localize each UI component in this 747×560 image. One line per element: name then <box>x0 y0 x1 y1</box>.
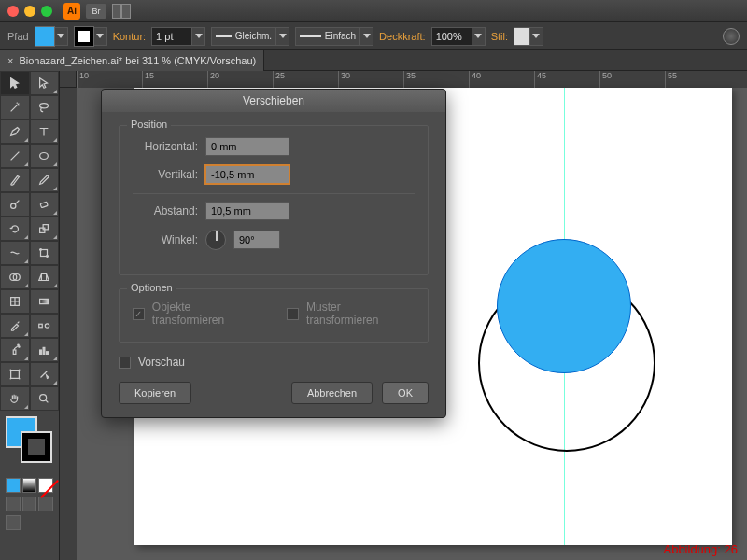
eraser-tool[interactable] <box>30 192 60 217</box>
symbol-sprayer-tool[interactable] <box>0 338 30 362</box>
zoom-tool[interactable] <box>30 386 60 411</box>
svg-rect-5 <box>43 225 48 230</box>
fill-stroke-control[interactable] <box>6 416 53 472</box>
color-mode-none[interactable] <box>38 478 53 493</box>
vertical-input[interactable] <box>205 165 289 184</box>
draw-inside[interactable] <box>38 497 53 511</box>
transform-objects-label: Objekte transformieren <box>152 301 265 327</box>
slice-tool[interactable] <box>30 362 60 386</box>
scale-tool[interactable] <box>30 217 60 241</box>
document-tab-label: Biohazard_Zeichen.ai* bei 311 % (CMYK/Vo… <box>19 55 256 66</box>
fill-swatch[interactable] <box>35 26 68 47</box>
mesh-tool[interactable] <box>0 289 30 314</box>
dialog-title[interactable]: Verschieben <box>102 90 445 112</box>
stroke-cap-dropdown[interactable]: Gleichm. <box>211 27 289 46</box>
position-group: Position Horizontal: Vertikal: Abstand: … <box>119 125 429 275</box>
recolor-icon[interactable] <box>723 28 740 45</box>
svg-rect-13 <box>39 324 43 328</box>
opacity-field[interactable]: 100% <box>431 27 486 46</box>
svg-point-16 <box>18 344 19 345</box>
cancel-button[interactable]: Abbrechen <box>291 382 373 404</box>
preview-checkbox[interactable] <box>119 357 131 369</box>
pencil-tool[interactable] <box>30 168 60 192</box>
vertical-label: Vertikal: <box>133 168 198 181</box>
transform-patterns-checkbox[interactable] <box>287 308 299 320</box>
width-tool[interactable] <box>0 241 30 265</box>
svg-rect-21 <box>10 371 19 379</box>
angle-input[interactable] <box>233 231 280 249</box>
distance-input[interactable] <box>205 202 289 220</box>
draw-mode-row <box>0 497 59 511</box>
stroke-dash-dropdown[interactable]: Einfach <box>295 27 374 46</box>
gradient-tool[interactable] <box>30 289 60 314</box>
svg-point-0 <box>40 104 49 108</box>
ruler-vertical[interactable] <box>60 88 77 560</box>
svg-rect-19 <box>43 347 45 354</box>
blend-tool[interactable] <box>30 314 60 338</box>
direct-selection-tool[interactable] <box>30 71 60 95</box>
svg-point-17 <box>18 346 19 347</box>
copy-button[interactable]: Kopieren <box>119 382 191 404</box>
angle-dial-icon[interactable] <box>205 230 226 250</box>
shape-builder-tool[interactable] <box>0 265 30 289</box>
svg-point-1 <box>40 153 49 160</box>
options-bar: Pfad Kontur: 1 pt Gleichm. Einfach Deckk… <box>0 22 747 50</box>
blob-brush-tool[interactable] <box>0 192 30 217</box>
options-group-label: Optionen <box>127 282 176 293</box>
magic-wand-tool[interactable] <box>0 95 30 119</box>
style-label: Stil: <box>491 31 508 42</box>
workspace-switcher[interactable] <box>112 4 131 19</box>
ruler-corner <box>60 71 77 88</box>
screen-mode-row <box>0 515 59 530</box>
free-transform-tool[interactable] <box>30 241 60 265</box>
close-button[interactable] <box>7 6 19 17</box>
document-tab[interactable]: × Biohazard_Zeichen.ai* bei 311 % (CMYK/… <box>0 50 264 71</box>
svg-rect-15 <box>13 350 16 354</box>
hand-tool[interactable] <box>0 386 30 411</box>
minimize-button[interactable] <box>24 6 35 17</box>
horizontal-label: Horizontal: <box>133 140 198 153</box>
svg-rect-4 <box>40 228 45 232</box>
type-tool[interactable] <box>30 119 60 144</box>
preview-label: Vorschau <box>138 356 185 369</box>
ok-button[interactable]: OK <box>382 382 429 404</box>
ellipse-tool[interactable] <box>30 144 60 168</box>
transform-objects-checkbox[interactable] <box>133 308 145 320</box>
paintbrush-tool[interactable] <box>0 168 30 192</box>
document-tabbar: × Biohazard_Zeichen.ai* bei 311 % (CMYK/… <box>0 50 747 71</box>
eyedropper-tool[interactable] <box>0 314 30 338</box>
options-group: Optionen Objekte transformieren Muster t… <box>119 288 429 343</box>
bridge-button[interactable]: Br <box>86 4 106 19</box>
stroke-weight-field[interactable]: 1 pt <box>151 27 205 46</box>
color-mode-solid[interactable] <box>6 478 21 493</box>
circle-fill-object[interactable] <box>497 239 631 373</box>
svg-rect-18 <box>40 350 42 354</box>
artboard-tool[interactable] <box>0 362 30 386</box>
lasso-tool[interactable] <box>30 95 60 119</box>
stroke-swatch[interactable] <box>74 26 107 47</box>
screen-mode[interactable] <box>6 515 21 530</box>
selection-type-label: Pfad <box>7 31 29 42</box>
distance-label: Abstand: <box>133 204 198 217</box>
pen-tool[interactable] <box>0 119 30 144</box>
position-group-label: Position <box>127 119 171 130</box>
ruler-horizontal[interactable]: 10152025303540455055 <box>77 71 747 88</box>
rotate-tool[interactable] <box>0 217 30 241</box>
column-graph-tool[interactable] <box>30 338 60 362</box>
svg-point-14 <box>46 324 49 328</box>
perspective-grid-tool[interactable] <box>30 265 60 289</box>
color-mode-gradient[interactable] <box>22 478 37 493</box>
svg-point-8 <box>47 256 49 258</box>
stroke-color-icon[interactable] <box>21 431 52 463</box>
close-tab-icon[interactable]: × <box>7 55 13 66</box>
style-dropdown[interactable] <box>514 27 543 46</box>
angle-label: Winkel: <box>133 233 198 246</box>
selection-tool[interactable] <box>0 71 30 95</box>
draw-normal[interactable] <box>6 497 21 511</box>
draw-behind[interactable] <box>22 497 37 511</box>
svg-point-22 <box>40 395 47 401</box>
maximize-button[interactable] <box>41 6 52 17</box>
transform-patterns-label: Muster transformieren <box>306 301 415 327</box>
line-tool[interactable] <box>0 144 30 168</box>
horizontal-input[interactable] <box>205 137 289 156</box>
